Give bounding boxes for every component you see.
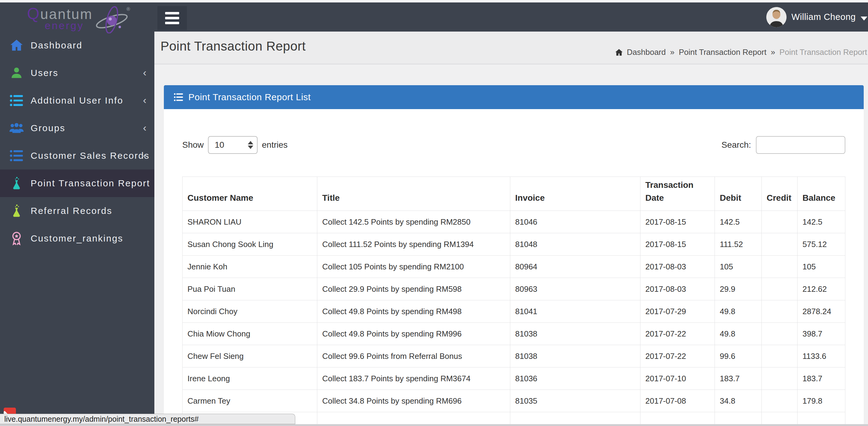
search-label: Search: <box>722 140 751 150</box>
table-cell: Collect 105 Points by spending RM2100 <box>317 256 510 278</box>
sidebar-item-customer-sales-records[interactable]: Customer Sales Records <box>0 142 154 169</box>
table-cell <box>762 256 798 278</box>
sidebar-item-customer-rankings[interactable]: Customer_rankings <box>0 225 154 252</box>
table-row: Jennie KohCollect 105 Points by spending… <box>183 256 845 278</box>
table-cell: 212.62 <box>798 278 845 300</box>
table-cell <box>762 323 798 345</box>
table-cell: Collect 29.9 Points by spending RM598 <box>317 278 510 300</box>
user-menu[interactable]: William Cheong <box>766 2 867 32</box>
breadcrumb-item[interactable]: Point Transaction Report <box>679 48 766 57</box>
table-cell: Collect 99.6 Points from Referral Bonus <box>317 345 510 367</box>
horizontal-scrollbar[interactable] <box>0 424 868 426</box>
table-cell: Chew Fel Sieng <box>183 345 317 367</box>
sidebar-item-label: Groups <box>31 123 65 133</box>
sidebar-item-label: Point Transaction Report <box>31 178 150 189</box>
table-cell <box>762 278 798 300</box>
sidebar-item-label: Dashboard <box>31 40 83 51</box>
table-cell: Collect 34.8 Points by spending RM696 <box>317 390 510 412</box>
table-cell: 99.6 <box>715 345 762 367</box>
table-cell: 179.8 <box>798 390 845 412</box>
point-transaction-table: Customer NameTitleInvoiceTransaction Dat… <box>182 176 845 426</box>
chevron-left-icon <box>143 149 146 161</box>
column-header[interactable]: Invoice <box>510 177 641 211</box>
panel-header: Point Transaction Report List <box>164 85 864 109</box>
breadcrumb-item[interactable]: Dashboard <box>627 48 666 57</box>
column-header[interactable]: Balance <box>798 177 845 211</box>
table-cell <box>762 390 798 412</box>
column-header[interactable]: Debit <box>715 177 762 211</box>
sidebar: DashboardUsersAddtional User InfoGroupsC… <box>0 32 154 426</box>
sidebar-item-referral-records[interactable]: Referral Records <box>0 197 154 225</box>
table-cell: 105 <box>798 256 845 278</box>
panel-body: Show 10 entries Search: Customer <box>164 109 864 426</box>
breadcrumb-separator: » <box>771 48 775 57</box>
table-cell: 2017-08-03 <box>641 278 715 300</box>
table-row: Chia Miow ChongCollect 49.8 Points by sp… <box>183 323 845 345</box>
table-cell: Pua Poi Tuan <box>183 278 317 300</box>
content-header: Point Transaction Report Dashboard»Point… <box>154 32 868 64</box>
table-cell: 183.7 <box>715 367 762 390</box>
table-cell: 2017-07-22 <box>641 345 715 367</box>
table-cell: 81038 <box>510 323 641 345</box>
table-cell: Susan Chong Sook Ling <box>183 233 317 256</box>
table-cell <box>762 300 798 323</box>
table-cell: Jennie Koh <box>183 256 317 278</box>
sidebar-item-dashboard[interactable]: Dashboard <box>0 32 154 59</box>
group-icon <box>9 121 24 136</box>
column-header[interactable]: Customer Name <box>183 177 317 211</box>
table-row: SHARON LIAUCollect 142.5 Points by spend… <box>183 211 845 233</box>
table-cell <box>762 367 798 390</box>
award-icon <box>9 231 24 246</box>
browser-top-edge <box>0 0 868 2</box>
user-icon <box>9 65 24 80</box>
sidebar-item-groups[interactable]: Groups <box>0 114 154 142</box>
table-cell: Collect 183.7 Points by spending RM3674 <box>317 367 510 390</box>
chevron-left-icon <box>143 122 146 134</box>
sidebar-item-label: Addtional User Info <box>31 95 123 106</box>
table-cell: Norcindi Choy <box>183 300 317 323</box>
table-cell: 81048 <box>510 233 641 256</box>
app-window: Quantum energy ® <box>0 0 868 426</box>
table-cell: 81046 <box>510 211 641 233</box>
quantum-energy-logo[interactable]: Quantum energy ® <box>27 4 131 32</box>
atom-icon: ® <box>94 5 131 33</box>
search-input[interactable] <box>756 136 845 154</box>
topbar: Quantum energy ® <box>0 2 868 32</box>
user-name: William Cheong <box>792 12 856 22</box>
flask2-icon <box>9 203 24 218</box>
table-cell: 1133.6 <box>798 345 845 367</box>
sidebar-toggle-button[interactable] <box>157 6 187 30</box>
list2-icon <box>9 148 24 163</box>
table-cell: Collect 142.5 Points by spending RM2850 <box>317 211 510 233</box>
sidebar-item-point-transaction-report[interactable]: Point Transaction Report <box>0 169 154 197</box>
logo-wordmark-sub: energy <box>45 21 93 30</box>
table-cell: SHARON LIAU <box>183 211 317 233</box>
table-cell: 2017-07-08 <box>641 390 715 412</box>
table-cell: 142.5 <box>715 211 762 233</box>
table-cell: 183.7 <box>798 367 845 390</box>
sidebar-item-additional-user-info[interactable]: Addtional User Info <box>0 87 154 114</box>
table-row: Irene LeongCollect 183.7 Points by spend… <box>183 367 845 390</box>
flask-icon <box>9 176 24 191</box>
column-header[interactable]: Transaction Date <box>641 177 715 211</box>
chevron-left-icon <box>143 66 146 79</box>
table-row: Susan Chong Sook LingCollect 111.52 Poin… <box>183 233 845 256</box>
page-size-value: 10 <box>215 140 224 150</box>
table-row: Pua Poi TuanCollect 29.9 Points by spend… <box>183 278 845 300</box>
sidebar-item-label: Referral Records <box>31 206 113 216</box>
sidebar-item-label: Users <box>31 68 59 78</box>
home-icon <box>615 48 623 57</box>
chevron-down-icon <box>861 17 867 21</box>
breadcrumb-separator: » <box>670 48 675 57</box>
column-header[interactable]: Credit <box>762 177 798 211</box>
column-header[interactable]: Title <box>317 177 510 211</box>
table-cell: 81036 <box>510 367 641 390</box>
table-cell: 49.8 <box>715 323 762 345</box>
table-header-row: Customer NameTitleInvoiceTransaction Dat… <box>183 177 845 211</box>
table-cell: 80963 <box>510 278 641 300</box>
list-icon <box>174 93 183 102</box>
sidebar-item-users[interactable]: Users <box>0 59 154 87</box>
breadcrumb: Dashboard»Point Transaction Report»Point… <box>615 48 867 57</box>
table-cell: 111.52 <box>715 233 762 256</box>
page-size-select[interactable]: 10 <box>208 136 257 154</box>
